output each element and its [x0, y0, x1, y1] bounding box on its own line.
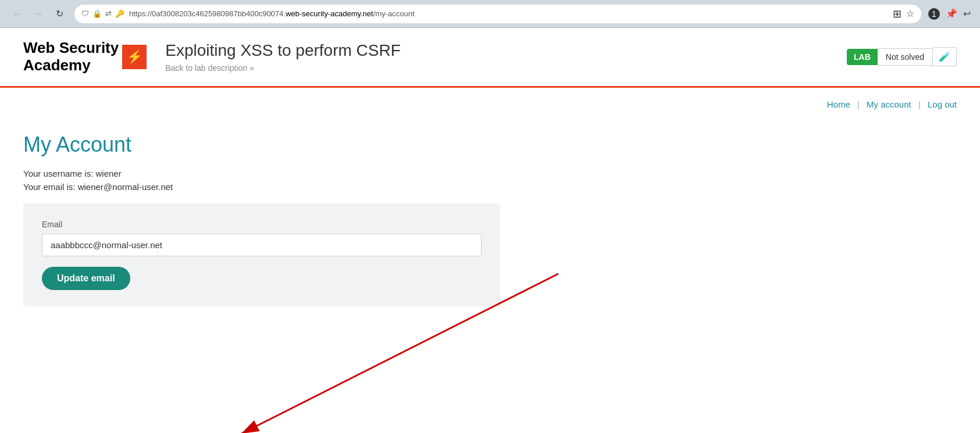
content-area: Home | My account | Log out My Account Y…	[0, 88, 980, 318]
separator-1: |	[857, 99, 860, 109]
top-nav-links: Home | My account | Log out	[23, 99, 957, 109]
url-text: https://0af3008203c4625980987bb400c90074…	[129, 9, 888, 18]
lab-title: Exploiting XSS to perform CSRF	[165, 41, 847, 60]
logo-line2: Academy	[23, 56, 91, 74]
not-solved-label: Not solved	[878, 48, 933, 66]
logo-line1: Web Security	[23, 39, 119, 56]
browser-actions: 1 📌 ↩	[928, 8, 971, 20]
update-email-button[interactable]: Update email	[42, 267, 130, 290]
connection-icon: ⇄	[105, 9, 112, 18]
nav-buttons: ← → ↻	[9, 6, 67, 22]
email-label: Email	[42, 220, 482, 229]
page-header: Web Security Academy ⚡ Exploiting XSS to…	[0, 28, 980, 88]
email-info: Your email is: wiener@normal-user.net	[23, 182, 957, 192]
url-normal: https://0af3008203c4625980987bb400c90074…	[129, 9, 286, 18]
logo-text: Web Security Academy	[23, 40, 119, 74]
back-button[interactable]: ←	[9, 6, 26, 22]
lab-status: LAB Not solved 🧪	[847, 47, 957, 66]
menu-icon[interactable]: ↩	[963, 8, 971, 19]
star-icon[interactable]: ☆	[906, 8, 914, 19]
forward-button[interactable]: →	[30, 6, 47, 22]
address-bar[interactable]: 🛡 🔒 ⇄ 🔑 https://0af3008203c4625980987bb4…	[74, 5, 921, 23]
log-out-link[interactable]: Log out	[928, 99, 957, 109]
back-to-lab-link[interactable]: Back to lab description »	[165, 63, 847, 73]
logo-icon: ⚡	[122, 45, 147, 69]
home-link[interactable]: Home	[827, 99, 850, 109]
lock-icon: 🔒	[92, 9, 102, 18]
my-account-link[interactable]: My account	[867, 99, 911, 109]
browser-chrome: ← → ↻ 🛡 🔒 ⇄ 🔑 https://0af3008203c4625980…	[0, 0, 980, 28]
username-info: Your username is: wiener	[23, 169, 957, 178]
notification-icon[interactable]: 1	[928, 8, 940, 20]
url-bold: web-security-academy.net	[286, 9, 373, 18]
reload-button[interactable]: ↻	[51, 6, 67, 22]
logo-area: Web Security Academy ⚡	[23, 40, 147, 74]
email-form-card: Email Update email	[23, 203, 500, 306]
qr-icon[interactable]: ⊞	[893, 8, 901, 20]
key-icon: 🔑	[115, 9, 124, 18]
page-title: My Account	[23, 133, 957, 157]
email-input[interactable]	[42, 234, 482, 256]
header-title-area: Exploiting XSS to perform CSRF Back to l…	[165, 41, 847, 73]
security-icons: 🛡 🔒 ⇄ 🔑	[81, 9, 124, 18]
url-path: /my-account	[373, 9, 415, 18]
flask-button[interactable]: 🧪	[933, 47, 957, 66]
extensions-icon[interactable]: 📌	[946, 8, 957, 19]
lab-badge: LAB	[847, 49, 878, 65]
shield-icon: 🛡	[81, 9, 89, 18]
separator-2: |	[918, 99, 921, 109]
